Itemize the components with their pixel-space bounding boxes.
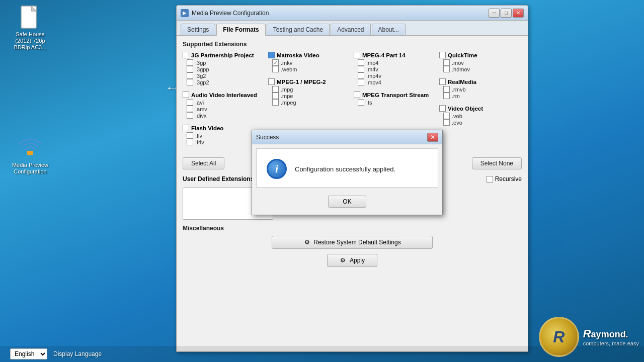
cb-3gpp[interactable] (187, 66, 193, 72)
ext-webm: .webm (268, 66, 351, 72)
watermark-tagline: computers, made easy (583, 340, 639, 346)
cb-mp4v[interactable] (358, 72, 364, 79)
ext-mkv: .mkv (268, 59, 351, 66)
window-title: Media Preview Configuration (192, 10, 486, 17)
tab-advanced[interactable]: Advanced (331, 24, 370, 35)
checkbox-mpeg4[interactable] (354, 52, 360, 58)
checkbox-flash[interactable] (183, 125, 189, 131)
maximize-button[interactable]: □ (501, 9, 512, 18)
cb-amv[interactable] (187, 106, 193, 112)
watermark-letter: R (553, 328, 565, 346)
success-modal: Success ✕ i Configuration successfully a… (252, 130, 443, 215)
restore-label: Restore System Default Settings (313, 239, 400, 246)
info-icon-letter: i (275, 163, 278, 174)
checkbox-videoobj[interactable] (439, 105, 446, 112)
checkbox-matroska[interactable] (268, 52, 275, 58)
modal-title-bar: Success ✕ (252, 130, 442, 144)
cb-3gp[interactable] (187, 59, 193, 66)
ext-3gp: .3gp (183, 59, 265, 66)
group-realmedia-header: RealMedia (439, 78, 522, 85)
desktop: Safe House (2012) 720p BDRip AC3... Medi… (0, 0, 644, 362)
group-mpeg4-label: MPEG-4 Part 14 (362, 52, 406, 58)
checkbox-quicktime[interactable] (439, 52, 446, 58)
ext-mpg: .mpg (268, 86, 351, 93)
checkbox-mpegts[interactable] (354, 92, 360, 98)
cb-mpv4[interactable] (358, 79, 364, 85)
ext-3gp2: .3gp2 (183, 79, 265, 85)
title-bar: ▶ Media Preview Configuration ─ □ ✕ (177, 6, 528, 21)
ext-mpeg: .mpeg (268, 99, 351, 106)
cb-3g2[interactable] (187, 72, 193, 79)
ext-ts: .ts (354, 99, 436, 106)
cb-rmvb[interactable] (443, 86, 450, 93)
tab-bar: Settings File Formats Testing and Cache … (177, 21, 528, 36)
cb-mpg[interactable] (272, 86, 279, 93)
info-icon: i (267, 159, 287, 179)
group-mpegts-header: MPEG Transport Stream (354, 92, 436, 98)
cb-divx[interactable] (187, 112, 193, 119)
cb-hdmov[interactable] (443, 66, 450, 72)
cb-flv[interactable] (187, 132, 193, 139)
file-icon (18, 5, 42, 29)
group-avi-label: Audio Video Interleaved (191, 92, 257, 98)
select-all-button[interactable]: Select All (183, 157, 224, 169)
language-select[interactable]: English French German Spanish (10, 348, 47, 359)
group-matroska-header: Matroska Video (268, 52, 351, 58)
group-mpeg4-header: MPEG-4 Part 14 (354, 52, 436, 58)
recursive-label: Recursive (495, 175, 522, 183)
cb-3gp2[interactable] (187, 79, 193, 85)
checkbox-3gpp[interactable] (183, 52, 189, 58)
ext-m4v: .m4v (354, 66, 436, 72)
tab-file-formats[interactable]: File Formats (216, 24, 265, 36)
cb-mov[interactable] (443, 59, 450, 66)
cb-avi[interactable] (187, 99, 193, 106)
group-3gpp-label: 3G Partnership Project (191, 52, 254, 58)
safehouse-label: Safe House (2012) 720p BDRip AC3... (10, 31, 50, 51)
supported-extensions-title: Supported Extensions (183, 41, 522, 48)
desktop-icon-mediaprev[interactable]: Media Preview Configuration (10, 136, 50, 175)
cb-ts[interactable] (358, 99, 364, 106)
tab-settings[interactable]: Settings (181, 24, 215, 35)
cb-evo[interactable] (443, 119, 450, 126)
restore-button[interactable]: ⚙ Restore System Default Settings (272, 236, 433, 249)
cb-mpe[interactable] (272, 93, 279, 99)
group-videoobj-header: Video Object (439, 105, 522, 112)
ok-button[interactable]: OK (328, 196, 366, 208)
select-none-button[interactable]: Select None (472, 157, 522, 169)
modal-body: i Configuration successfully applied. (256, 148, 438, 188)
cb-mp4[interactable] (358, 59, 364, 66)
apply-label: Apply (350, 257, 365, 264)
group-realmedia-label: RealMedia (448, 79, 476, 85)
group-matroska-label: Matroska Video (277, 52, 319, 58)
group-mpeg12-label: MPEG-1 / MPEG-2 (277, 79, 326, 85)
ext-mpe: .mpe (268, 93, 351, 99)
ext-3g2: .3g2 (183, 72, 265, 79)
ext-amv: .amv (183, 106, 265, 112)
checkbox-avi-group[interactable] (183, 92, 189, 98)
checkbox-mpeg12[interactable] (268, 78, 275, 85)
group-videoobj-label: Video Object (448, 106, 483, 112)
watermark-icon: R (539, 317, 579, 357)
language-label: Display Language (53, 350, 102, 357)
minimize-button[interactable]: ─ (489, 9, 500, 18)
cb-rm[interactable] (443, 93, 450, 99)
modal-close-button[interactable]: ✕ (427, 133, 438, 142)
apply-button[interactable]: ⚙ Apply (327, 254, 377, 267)
close-button[interactable]: ✕ (513, 9, 524, 18)
checkbox-realmedia[interactable] (439, 78, 446, 85)
ext-rmvb: .rmvb (439, 86, 522, 93)
cb-mkv[interactable] (272, 59, 279, 66)
group-flash-label: Flash Video (191, 125, 223, 131)
cb-m4v[interactable] (358, 66, 364, 72)
desktop-icon-safehouse[interactable]: Safe House (2012) 720p BDRip AC3... (10, 5, 50, 51)
group-avi-header: Audio Video Interleaved (183, 92, 265, 98)
ext-3gpp: .3gpp (183, 66, 265, 72)
cb-f4v[interactable] (187, 139, 193, 145)
tab-testing[interactable]: Testing and Cache (267, 24, 330, 35)
modal-message: Configuration successfully applied. (295, 165, 395, 173)
cb-vob[interactable] (443, 113, 450, 119)
recursive-checkbox[interactable] (487, 176, 493, 183)
tab-about[interactable]: About... (372, 24, 406, 35)
cb-mpeg[interactable] (272, 99, 279, 106)
cb-webm[interactable] (272, 66, 279, 72)
